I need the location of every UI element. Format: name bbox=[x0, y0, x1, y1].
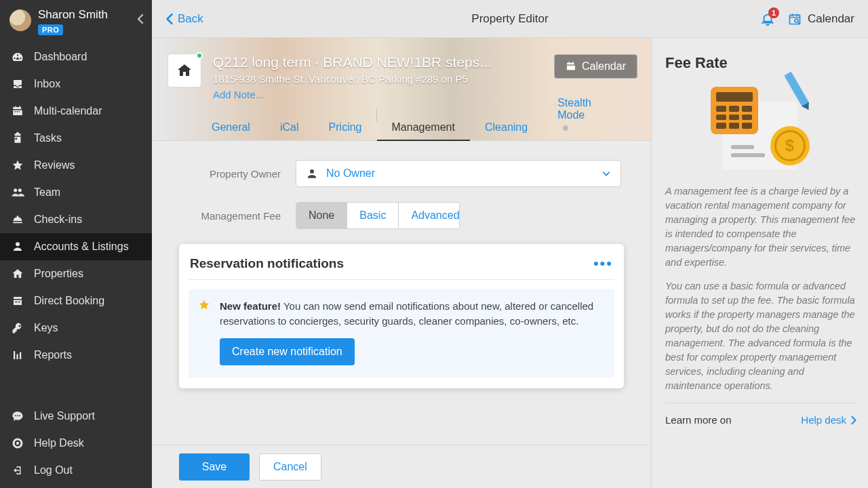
key-icon bbox=[11, 322, 24, 334]
card-title: Reservation notifications bbox=[190, 256, 344, 271]
star-icon bbox=[198, 299, 210, 311]
avatar bbox=[9, 9, 31, 31]
sidebar-item-keys[interactable]: Keys bbox=[0, 314, 152, 342]
feature-text: New feature! You can now send email noti… bbox=[220, 299, 604, 329]
sidebar-item-help-desk[interactable]: Help Desk bbox=[0, 430, 152, 457]
house-icon bbox=[176, 62, 193, 79]
card-menu-button[interactable]: ••• bbox=[593, 255, 613, 272]
sidebar-item-dashboard[interactable]: Dashboard bbox=[0, 43, 152, 70]
svg-point-5 bbox=[19, 415, 20, 416]
info-panel: Fee Rate $ A management fee is a charge … bbox=[651, 38, 868, 488]
property-calendar-button[interactable]: Calendar bbox=[554, 54, 637, 79]
sidebar-item-label: Multi-calendar bbox=[34, 105, 102, 117]
stealth-dot-icon bbox=[563, 125, 568, 131]
sidebar-item-label: Dashboard bbox=[34, 51, 87, 63]
sidebar: Sharon Smith PRO Dashboard Inbox Multi-c… bbox=[0, 0, 152, 488]
sidebar-item-accounts-listings[interactable]: Accounts & Listings bbox=[0, 233, 152, 260]
svg-point-3 bbox=[15, 415, 16, 416]
svg-point-4 bbox=[17, 415, 18, 416]
create-notification-button[interactable]: Create new notification bbox=[220, 338, 355, 365]
sidebar-item-direct-booking[interactable]: Direct Booking bbox=[0, 287, 152, 314]
tab-management[interactable]: Management bbox=[377, 115, 470, 140]
sidebar-item-live-support[interactable]: Live Support bbox=[0, 403, 152, 430]
sidebar-item-label: Reviews bbox=[34, 159, 75, 171]
sidebar-item-label: Help Desk bbox=[34, 437, 84, 449]
sidebar-item-team[interactable]: Team bbox=[0, 179, 152, 206]
sidebar-item-checkins[interactable]: Check-ins bbox=[0, 206, 152, 233]
status-dot-icon bbox=[196, 52, 203, 59]
fee-illustration: $ bbox=[704, 83, 819, 171]
info-paragraph-2: You can use a basic formula or advanced … bbox=[665, 279, 857, 393]
svg-point-1 bbox=[18, 188, 22, 192]
sidebar-item-reviews[interactable]: Reviews bbox=[0, 152, 152, 179]
collapse-sidebar-icon[interactable] bbox=[136, 14, 145, 24]
form-footer: Save Cancel bbox=[152, 445, 651, 488]
back-button[interactable]: Back bbox=[165, 12, 203, 26]
sidebar-item-label: Accounts & Listings bbox=[34, 241, 129, 253]
team-icon bbox=[11, 186, 24, 199]
svg-point-7 bbox=[795, 19, 798, 22]
star-icon bbox=[11, 159, 24, 171]
fee-segmented-control: None Basic Advanced bbox=[296, 202, 460, 229]
fee-option-basic[interactable]: Basic bbox=[347, 203, 399, 228]
chat-icon bbox=[11, 410, 24, 422]
tab-cleaning[interactable]: Cleaning bbox=[470, 115, 542, 140]
sidebar-item-tasks[interactable]: Tasks bbox=[0, 125, 152, 152]
pro-badge: PRO bbox=[38, 24, 63, 35]
topbar-calendar-link[interactable]: Calendar bbox=[787, 12, 854, 26]
fee-option-none[interactable]: None bbox=[296, 203, 347, 228]
tab-ical[interactable]: iCal bbox=[265, 115, 314, 140]
topbar-calendar-label: Calendar bbox=[808, 12, 854, 26]
calendar-icon bbox=[566, 61, 576, 72]
property-calendar-label: Calendar bbox=[582, 60, 626, 73]
svg-point-8 bbox=[310, 169, 314, 174]
center-column: Q212 long term · BRAND NEW!1BR steps... … bbox=[152, 38, 651, 488]
help-desk-link[interactable]: Help desk bbox=[801, 414, 857, 426]
logout-icon bbox=[11, 464, 24, 476]
sidebar-item-inbox[interactable]: Inbox bbox=[0, 70, 152, 98]
feature-callout: New feature! You can now send email noti… bbox=[189, 289, 614, 378]
learn-more-label: Learn more on bbox=[665, 414, 732, 426]
property-tabs: General iCal Pricing Management Cleaning… bbox=[152, 90, 651, 140]
person-icon bbox=[306, 167, 318, 180]
sidebar-item-multicalendar[interactable]: Multi-calendar bbox=[0, 98, 152, 125]
sidebar-item-log-out[interactable]: Log Out bbox=[0, 457, 152, 484]
notification-badge: 1 bbox=[768, 7, 779, 18]
cancel-button[interactable]: Cancel bbox=[259, 453, 321, 481]
save-button[interactable]: Save bbox=[179, 453, 250, 481]
svg-point-2 bbox=[16, 242, 20, 246]
owner-label: Property Owner bbox=[179, 168, 296, 180]
page-title: Property Editor bbox=[471, 12, 548, 26]
chevron-right-icon bbox=[850, 415, 857, 425]
owner-select[interactable]: No Owner bbox=[296, 160, 621, 187]
sidebar-item-properties[interactable]: Properties bbox=[0, 260, 152, 287]
profile-block[interactable]: Sharon Smith PRO bbox=[0, 0, 152, 41]
house-icon bbox=[11, 268, 24, 280]
tab-stealth-mode[interactable]: Stealth Mode bbox=[542, 90, 606, 140]
fee-label: Management Fee bbox=[179, 210, 296, 222]
tasks-icon bbox=[11, 132, 24, 144]
calendar-icon bbox=[11, 105, 24, 117]
sidebar-item-label: Keys bbox=[34, 322, 58, 334]
profile-name: Sharon Smith bbox=[38, 8, 108, 22]
sidebar-item-reports[interactable]: Reports bbox=[0, 342, 152, 369]
topbar: Back Property Editor 1 Calendar bbox=[152, 0, 868, 38]
owner-selected-value: No Owner bbox=[326, 167, 375, 180]
info-paragraph-1: A management fee is a charge levied by a… bbox=[665, 184, 857, 270]
property-address: 1815-938 Smithe St. Vancouver, BC Parkin… bbox=[213, 73, 492, 85]
sidebar-item-label: Live Support bbox=[34, 410, 95, 422]
svg-point-0 bbox=[14, 188, 17, 192]
notifications-button[interactable]: 1 bbox=[760, 12, 775, 26]
sidebar-item-label: Team bbox=[34, 186, 60, 199]
calendar-search-icon bbox=[787, 12, 802, 26]
management-form: Property Owner No Owner Management Fee N… bbox=[152, 141, 651, 456]
sidebar-item-label: Reports bbox=[34, 349, 72, 361]
tab-general[interactable]: General bbox=[197, 115, 265, 140]
fee-option-advanced[interactable]: Advanced bbox=[399, 203, 460, 228]
gauge-icon bbox=[11, 51, 24, 63]
sidebar-item-label: Tasks bbox=[34, 132, 62, 144]
sidebar-item-label: Properties bbox=[34, 268, 83, 280]
tab-pricing[interactable]: Pricing bbox=[314, 115, 377, 140]
booking-icon bbox=[11, 295, 24, 307]
property-title: Q212 long term · BRAND NEW!1BR steps... bbox=[213, 54, 492, 70]
